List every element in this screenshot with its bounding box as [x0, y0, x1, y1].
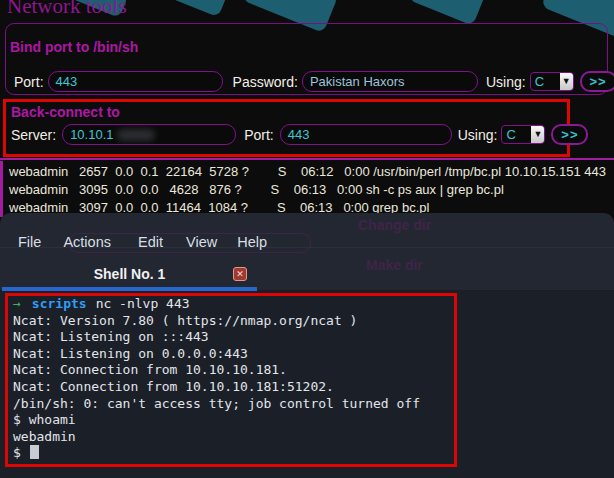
output-line: Ncat: Connection from 10.10.10.181.: [13, 362, 614, 379]
port-input[interactable]: 443: [48, 71, 223, 92]
active-tab-indicator: [2, 287, 257, 291]
shell-prompt: $: [13, 445, 21, 460]
page-title: Network tools: [7, 0, 127, 19]
bind-port-form: Port: 443 Password: Pakistan Haxors Usin…: [14, 71, 614, 92]
menu-file[interactable]: File: [18, 234, 41, 250]
chevron-down-icon: ▼: [531, 125, 544, 144]
port-label: Port:: [14, 74, 44, 90]
server-label: Server:: [11, 127, 56, 143]
tab-label: Shell No. 1: [2, 266, 257, 282]
menu-edit[interactable]: Edit: [138, 234, 163, 250]
output-line: webadmin: [13, 429, 614, 446]
output-line: $ whoami: [13, 412, 614, 429]
output-line: Ncat: Listening on 0.0.0.0:443: [13, 346, 614, 363]
backconnect-submit-button[interactable]: >>: [551, 124, 588, 145]
using-label: Using:: [486, 74, 526, 90]
prompt-directory: scripts: [32, 296, 87, 311]
terminal-output[interactable]: →scriptsnc -nlvp 443 Ncat: Version 7.80 …: [0, 291, 614, 478]
output-line: /bin/sh: 0: can't access tty; job contro…: [13, 396, 614, 413]
screenshot-root: Network tools Bind port to /bin/sh Port:…: [0, 0, 614, 478]
cursor-line: $: [13, 445, 614, 462]
terminal-window: Change dir Make dir [ Writable ] Execute…: [0, 213, 614, 478]
bind-port-legend: Bind port to /bin/sh: [10, 39, 138, 55]
process-row: webadmin 2657 0.0 0.1 22164 5728 ? S 06:…: [9, 163, 614, 181]
backconnect-section-highlight: Back-connect to Server: 10.10.1 Port: 44…: [3, 99, 570, 157]
prompt-command: nc -nlvp 443: [96, 296, 190, 311]
bind-submit-button[interactable]: >>: [580, 71, 614, 92]
menu-help[interactable]: Help: [237, 234, 267, 250]
password-input[interactable]: Pakistan Haxors: [302, 71, 478, 92]
menu-actions[interactable]: Actions: [63, 234, 111, 250]
terminal-cursor: [30, 445, 39, 459]
output-line: Ncat: Listening on :::443: [13, 329, 614, 346]
process-list: webadmin 2657 0.0 0.1 22164 5728 ? S 06:…: [0, 161, 614, 217]
output-line: Ncat: Version 7.80 ( https://nmap.org/nc…: [13, 313, 614, 330]
close-icon[interactable]: ✕: [233, 267, 247, 281]
terminal-menubar: File Actions Edit View Help: [0, 213, 614, 258]
server-input[interactable]: 10.10.1: [62, 124, 236, 145]
port-input[interactable]: 443: [280, 124, 452, 145]
process-row: webadmin 3095 0.0 0.0 4628 876 ? S 06:13…: [9, 181, 614, 199]
backconnect-legend: Back-connect to: [11, 104, 120, 120]
deco-shape: [408, 0, 486, 26]
password-label: Password:: [233, 74, 298, 90]
language-select[interactable]: C▼: [530, 72, 574, 91]
terminal-tabbar: Shell No. 1 ✕: [0, 258, 614, 291]
prompt-line: →scriptsnc -nlvp 443: [13, 296, 614, 313]
deco-shape: [167, 0, 228, 17]
tab-shell-1[interactable]: Shell No. 1 ✕: [2, 258, 257, 291]
language-select[interactable]: C▼: [501, 125, 545, 144]
chevron-down-icon: ▼: [560, 72, 573, 91]
bind-port-section: Bind port to /bin/sh Port: 443 Password:…: [5, 23, 608, 95]
redaction-blur: [117, 129, 155, 141]
port-label: Port:: [244, 127, 274, 143]
prompt-arrow: →: [13, 296, 21, 311]
output-line: Ncat: Connection from 10.10.10.181:51202…: [13, 379, 614, 396]
menu-view[interactable]: View: [186, 234, 217, 250]
divider: [0, 158, 614, 160]
backconnect-form: Server: 10.10.1 Port: 443 Using: C▼ >>: [11, 124, 588, 145]
using-label: Using:: [458, 127, 498, 143]
